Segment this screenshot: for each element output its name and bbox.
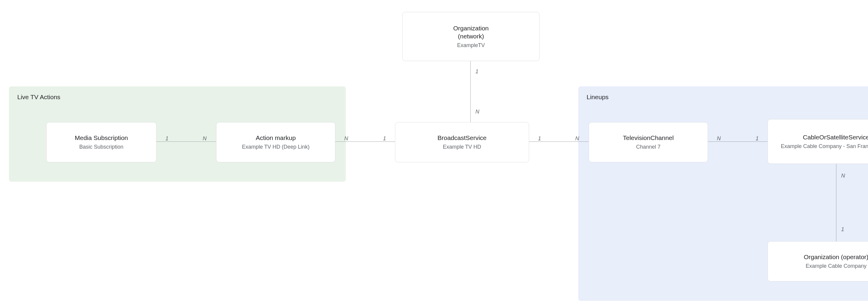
card-n: N (475, 109, 479, 115)
card-n: N (203, 136, 207, 142)
node-title: Organization (operator) (804, 253, 868, 261)
node-title: CableOrSatelliteService (803, 133, 868, 141)
card-1: 1 (538, 136, 541, 142)
group-label-live: Live TV Actions (17, 94, 337, 101)
node-organization-network: Organization (network) ExampleTV (402, 12, 539, 61)
node-sub: Example Cable Company (806, 263, 867, 270)
node-title: Organization (network) (453, 24, 489, 40)
node-action-markup: Action markup Example TV HD (Deep Link) (216, 122, 335, 162)
node-title: Media Subscription (75, 134, 128, 142)
node-title: TelevisionChannel (623, 134, 674, 142)
node-organization-operator: Organization (operator) Example Cable Co… (768, 241, 868, 281)
group-label-lineups: Lineups (587, 94, 868, 101)
node-sub: Example TV HD (443, 143, 482, 150)
card-n: N (344, 136, 348, 142)
card-1: 1 (383, 136, 386, 142)
node-title: Action markup (256, 134, 296, 142)
node-sub: Example Cable Company - San Francisco Ba… (775, 143, 868, 150)
card-1: 1 (755, 136, 758, 142)
node-title: BroadcastService (438, 134, 487, 142)
node-media-subscription: Media Subscription Basic Subscription (46, 122, 156, 162)
card-1: 1 (475, 68, 478, 75)
node-sub: ExampleTV (457, 42, 485, 49)
node-television-channel: TelevisionChannel Channel 7 (589, 122, 708, 162)
node-broadcast-service: BroadcastService Example TV HD (395, 122, 529, 162)
card-1: 1 (841, 226, 844, 233)
node-sub: Channel 7 (636, 143, 660, 150)
node-sub: Example TV HD (Deep Link) (242, 143, 310, 150)
card-n: N (575, 136, 579, 142)
edge-broadcast-org (470, 61, 471, 122)
card-1: 1 (165, 136, 168, 142)
node-cable-satellite-service: CableOrSatelliteService Example Cable Co… (768, 119, 868, 164)
node-sub: Basic Subscription (79, 143, 123, 150)
card-n: N (841, 173, 845, 179)
card-n: N (717, 136, 721, 142)
edge-cable-orgop (836, 164, 836, 241)
